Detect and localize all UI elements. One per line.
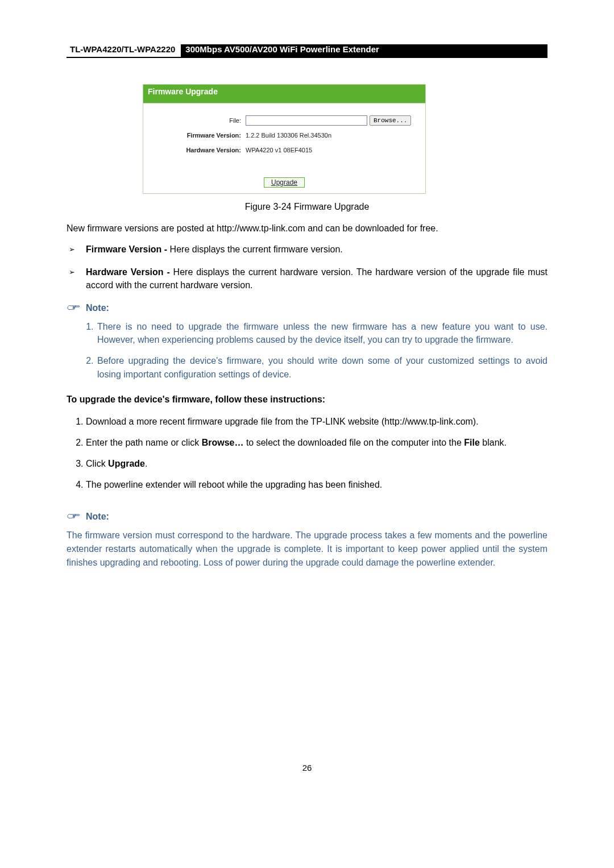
note-label: Note: [86, 303, 109, 313]
feature-list: Firmware Version - Here displays the cur… [67, 243, 547, 292]
note-paragraph: The firmware version must correspond to … [67, 529, 547, 570]
note-heading: Note: [67, 302, 547, 314]
fw-bullet-label: Firmware Version - [86, 244, 167, 254]
upgrade-button[interactable]: Upgrade [264, 177, 305, 188]
steps-list: Download a more recent firmware upgrade … [67, 415, 547, 492]
pointing-hand-icon [67, 302, 80, 314]
page-number: 26 [67, 763, 547, 795]
hardware-version-value: WPA4220 v1 08EF4015 [246, 147, 312, 153]
header-product: 300Mbps AV500/AV200 WiFi Powerline Exten… [181, 44, 547, 57]
step-item: Click Upgrade. [86, 457, 547, 470]
pointing-hand-icon [67, 510, 80, 523]
firmware-version-label: Firmware Version: [148, 132, 246, 139]
step-item: Enter the path name or click Browse… to … [86, 436, 547, 449]
instructions-heading: To upgrade the device's firmware, follow… [67, 394, 547, 405]
firmware-upgrade-panel: Firmware Upgrade File: Browse... Firmwar… [143, 84, 426, 194]
firmware-version-value: 1.2.2 Build 130306 Rel.34530n [246, 132, 331, 139]
step-item: Download a more recent firmware upgrade … [86, 415, 547, 428]
file-label: File: [148, 117, 246, 124]
step-item: The powerline extender will reboot while… [86, 478, 547, 491]
file-input[interactable] [246, 115, 367, 126]
fw-bullet-text: Here displays the current firmware versi… [167, 244, 343, 254]
hw-bullet-label: Hardware Version - [86, 267, 170, 277]
hardware-version-label: Hardware Version: [148, 147, 246, 153]
doc-header: TL-WPA4220/TL-WPA2220 300Mbps AV500/AV20… [67, 44, 547, 58]
list-item: Firmware Version - Here displays the cur… [86, 243, 547, 256]
note-item: There is no need to upgrade the firmware… [96, 320, 547, 346]
panel-title: Firmware Upgrade [143, 85, 425, 103]
note-item: Before upgrading the device's firmware, … [96, 354, 547, 380]
browse-button[interactable]: Browse... [370, 115, 411, 126]
list-item: Hardware Version - Here displays the cur… [86, 265, 547, 292]
figure-caption: Figure 3-24 Firmware Upgrade [67, 202, 547, 212]
note-list: There is no need to upgrade the firmware… [67, 320, 547, 381]
note-heading: Note: [67, 510, 547, 523]
intro-paragraph: New firmware versions are posted at http… [67, 222, 547, 235]
header-model: TL-WPA4220/TL-WPA2220 [67, 44, 181, 57]
note-label: Note: [86, 512, 109, 522]
